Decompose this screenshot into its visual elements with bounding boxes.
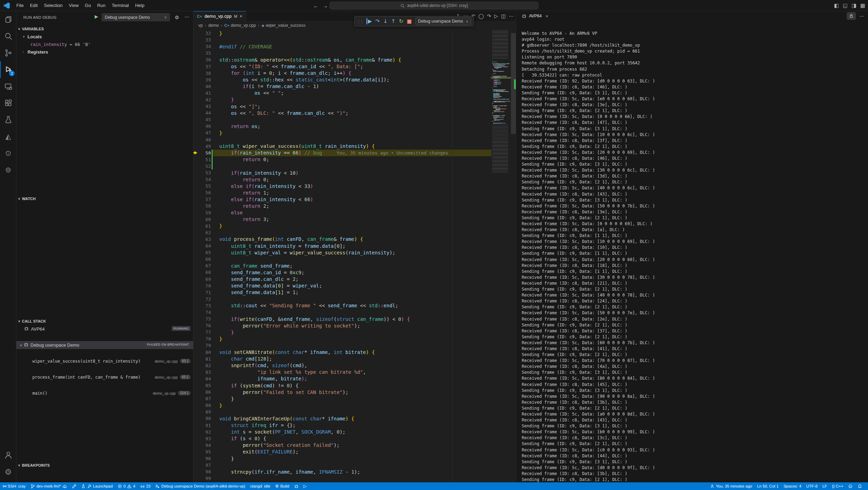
gutter-breakpoint-margin[interactable]	[194, 143, 200, 150]
status-eol[interactable]: LF	[820, 482, 829, 490]
code-line[interactable]: 49uint8_t wiper_value_success(uint8_t ra…	[194, 143, 516, 150]
activity-item-extension-c[interactable]: ⊚	[0, 161, 16, 178]
code-line[interactable]: 78}	[194, 335, 516, 342]
drag-handle-icon[interactable]: ⋮⋮	[357, 19, 363, 24]
code-line[interactable]: 60 return 3;	[194, 216, 516, 223]
gutter-breakpoint-margin[interactable]	[194, 243, 200, 249]
code-line[interactable]: 77 }	[194, 329, 516, 335]
gutter-breakpoint-margin[interactable]	[194, 402, 200, 409]
code-line[interactable]: 53 if(rain_intensity < 10)	[194, 169, 516, 176]
activity-item-run-and-debug[interactable]: 2	[0, 61, 16, 78]
gutter-breakpoint-margin[interactable]	[194, 389, 200, 395]
gutter-breakpoint-margin[interactable]	[194, 70, 200, 77]
gutter-breakpoint-margin[interactable]	[194, 116, 200, 123]
menu-selection[interactable]: Selection	[41, 0, 65, 11]
gutter-breakpoint-margin[interactable]	[194, 316, 200, 322]
gutter-breakpoint-margin[interactable]	[194, 37, 200, 43]
breadcrumb-item[interactable]: wiper_value_success	[266, 23, 306, 28]
breakpoints-section-header[interactable]: ∨BREAKPOINTS	[16, 461, 194, 469]
call-stack-section-header[interactable]: ∨CALL STACK	[16, 317, 194, 325]
sidebar-more-actions-icon[interactable]: ⋯	[184, 14, 189, 19]
status-feedback[interactable]	[846, 482, 855, 490]
gutter-breakpoint-margin[interactable]	[194, 236, 200, 243]
gutter-breakpoint-margin[interactable]	[194, 96, 200, 103]
stack-frame[interactable]: main()demo_vp.cpp154:1	[16, 389, 194, 397]
gutter-breakpoint-margin[interactable]	[194, 229, 200, 236]
code-line[interactable]: 64 uint8_t rain_intensity = frame.data[0…	[194, 243, 516, 249]
run-file-icon[interactable]: ▷	[494, 13, 498, 19]
status-debug-status[interactable]: Debug userspace Demo (avp64-silkit-demo-…	[153, 482, 247, 490]
scope-locals[interactable]: ∨ Locals	[16, 33, 194, 40]
gutter-breakpoint-margin[interactable]	[194, 169, 200, 176]
code-line[interactable]: 48	[194, 136, 516, 143]
gutter-breakpoint-margin[interactable]	[194, 435, 200, 442]
code-line[interactable]: 88}	[194, 402, 516, 409]
code-line[interactable]: 79	[194, 342, 516, 349]
menu-go[interactable]: Go	[82, 0, 94, 11]
scroll-lock-button[interactable]	[847, 12, 856, 20]
tab-close-icon[interactable]: ×	[240, 14, 243, 19]
code-line[interactable]: 74	[194, 309, 516, 316]
code-line[interactable]: 58 return 2;	[194, 203, 516, 209]
nav-forward-icon[interactable]: →	[323, 3, 328, 9]
gutter-breakpoint-margin[interactable]	[194, 449, 200, 455]
code-line[interactable]: 50 if(rain_intensity == 66) // bugYou, 3…	[194, 150, 516, 156]
gutter-breakpoint-margin[interactable]	[194, 77, 200, 83]
code-line[interactable]: 90void bringCANInterfaceUp(const char* i…	[194, 415, 516, 422]
code-line[interactable]: 56 return 1;	[194, 189, 516, 196]
code-line[interactable]: 37 os << "(ID: " << frame.can_id << ", D…	[194, 63, 516, 70]
gutter-breakpoint-margin[interactable]	[194, 262, 200, 269]
panel-more-actions-icon[interactable]: ⋯	[859, 13, 864, 19]
gutter-breakpoint-margin[interactable]	[194, 475, 200, 482]
code-line[interactable]: 89	[194, 409, 516, 415]
code-line[interactable]: 65 uint8_t wiper_val = wiper_value_succe…	[194, 249, 516, 256]
status-bug-tool[interactable]	[292, 482, 301, 490]
debug-start-button[interactable]: ▶	[95, 14, 98, 19]
gutter-breakpoint-margin[interactable]	[194, 395, 200, 402]
menu-view[interactable]: View	[66, 0, 82, 11]
gutter-breakpoint-margin[interactable]	[194, 189, 200, 196]
scope-registers[interactable]: › Registers	[16, 48, 194, 56]
customize-layout-icon[interactable]: ▦	[860, 2, 865, 9]
code-line[interactable]: 98 strncpy(ifr.ifr_name, ifname, IFNAMSI…	[194, 468, 516, 475]
gutter-breakpoint-margin[interactable]	[194, 249, 200, 256]
activity-item-source-control[interactable]	[0, 45, 16, 61]
code-line[interactable]: 54 return 0;	[194, 176, 516, 183]
toggle-primary-sidebar-icon[interactable]: ◧	[834, 2, 839, 9]
gutter-breakpoint-margin[interactable]	[194, 30, 200, 37]
gutter-breakpoint-margin[interactable]	[194, 462, 200, 468]
gutter-breakpoint-margin[interactable]	[194, 196, 200, 203]
gutter-breakpoint-margin[interactable]	[194, 256, 200, 262]
variable-row[interactable]: rain_intensity = 66 'B'	[16, 40, 194, 48]
call-stack-session[interactable]: AVP64RUNNING	[16, 325, 194, 333]
code-line[interactable]: 57 else if(rain_intensity < 66)	[194, 196, 516, 203]
gutter-breakpoint-margin[interactable]	[194, 296, 200, 302]
code-line[interactable]: 42 }	[194, 96, 516, 103]
activity-item-extension-a[interactable]: ◭	[0, 128, 16, 145]
code-line[interactable]: 43 os << "]";	[194, 103, 516, 110]
gutter-breakpoint-margin[interactable]	[194, 289, 200, 296]
gutter-breakpoint-margin[interactable]	[194, 369, 200, 376]
gutter-breakpoint-margin[interactable]	[194, 468, 200, 475]
code-line[interactable]: 51 return 0;	[194, 156, 516, 163]
status-launchpad[interactable]: Launchpad	[79, 482, 115, 490]
nav-back-icon[interactable]: ←	[313, 3, 318, 9]
watch-section-header[interactable]: ∨WATCH	[16, 195, 194, 203]
status-build-task[interactable]: ⚙Build	[273, 482, 292, 490]
editor-scrollbar[interactable]	[511, 30, 516, 482]
gutter-breakpoint-margin[interactable]	[194, 415, 200, 422]
code-line[interactable]: 84 ifname, bitrate);	[194, 376, 516, 382]
status-blame-status[interactable]: You, 35 minutes ago	[708, 482, 755, 490]
code-line[interactable]: 33	[194, 37, 516, 43]
gutter-breakpoint-margin[interactable]	[194, 183, 200, 189]
status-git-branch[interactable]: dev-meik-fmi*	[28, 482, 69, 490]
menu-edit[interactable]: Edit	[27, 0, 41, 11]
code-line[interactable]: 95 exit(EXIT_FAILURE);	[194, 449, 516, 455]
code-line[interactable]: 81 char cmd[128];	[194, 356, 516, 362]
menu-run[interactable]: Run	[94, 0, 109, 11]
gutter-breakpoint-margin[interactable]	[194, 302, 200, 309]
code-line[interactable]: 99	[194, 475, 516, 482]
breadcrumb-item[interactable]: demo_vp.cpp	[231, 23, 256, 28]
gutter-breakpoint-margin[interactable]	[194, 223, 200, 229]
split-editor-icon[interactable]: ◫	[501, 13, 506, 19]
